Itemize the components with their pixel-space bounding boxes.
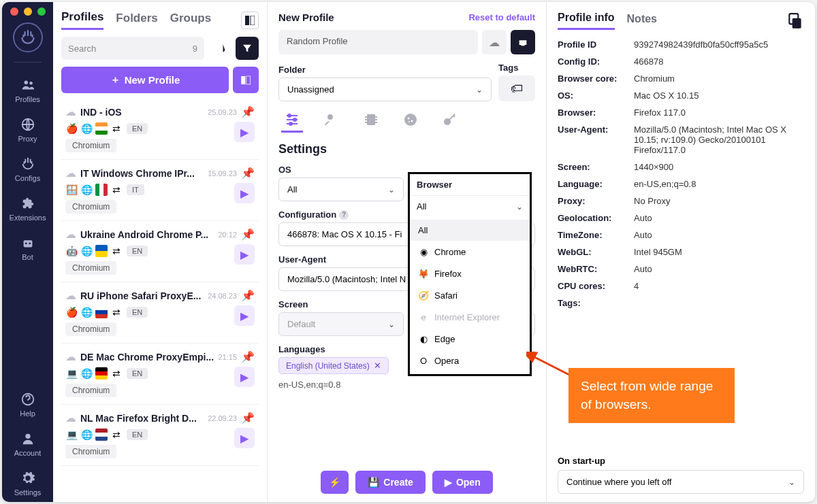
tab-profiles[interactable]: Profiles (61, 10, 103, 30)
layout-toggle[interactable] (241, 12, 259, 29)
tab-folders[interactable]: Folders (116, 12, 157, 29)
chevron-down-icon: ⌄ (388, 185, 395, 195)
local-mode[interactable] (511, 30, 535, 54)
settings-title: New Profile (278, 12, 334, 23)
dropdown-item-all[interactable]: All (410, 220, 530, 241)
info-row: Geolocation:Auto (558, 213, 804, 223)
info-val: 4 (634, 281, 804, 291)
dropdown-item-safari[interactable]: 🧭Safari (410, 284, 530, 306)
profile-item[interactable]: ☁ NL Mac Firefox Bright D... 22.09.23 📌 … (61, 405, 259, 466)
folder-mode-button[interactable] (233, 67, 259, 93)
svg-point-18 (408, 117, 410, 119)
info-row: Browser:Firefox 117.0 (558, 107, 804, 118)
tab-hardware-icon[interactable] (360, 111, 382, 133)
pin-icon[interactable]: 📌 (241, 105, 255, 118)
pin-icon[interactable]: 📌 (241, 167, 255, 180)
reset-link[interactable]: Reset to default (468, 12, 535, 22)
close-window[interactable] (10, 7, 18, 16)
profile-item[interactable]: ☁ DE Mac Chrome ProxyEmpi... 21:15 📌 💻 🌐… (61, 343, 259, 405)
info-row: Profile ID939274982439fdfb0fa50cff95a5c5 (558, 39, 804, 50)
folder-select[interactable]: Unassigned ⌄ (278, 78, 492, 101)
os-icon: 🤖 (65, 245, 78, 257)
pin-icon[interactable]: 📌 (241, 289, 255, 302)
play-button[interactable]: ▶ (234, 183, 255, 203)
profile-item[interactable]: ☁ IT Windows Chrome IPr... 15.09.23 📌 🪟 … (61, 160, 259, 221)
info-key: Screen: (558, 162, 634, 172)
filter-button[interactable] (236, 37, 259, 60)
svg-point-12 (288, 114, 291, 117)
svg-point-14 (289, 122, 292, 125)
nav-settings[interactable]: Settings (2, 465, 53, 502)
annotation-arrow (526, 352, 574, 379)
quick-button[interactable]: ⚡ (321, 471, 349, 494)
sync-icon: ⇄ (110, 184, 123, 196)
search-input[interactable]: Search 9 (61, 37, 204, 60)
svg-point-0 (24, 81, 28, 85)
play-button[interactable]: ▶ (234, 122, 255, 142)
info-val: Auto (634, 264, 804, 274)
startup-label: On start-up (558, 456, 804, 466)
browser-select-value[interactable]: All ⌄ (410, 195, 530, 217)
svg-point-13 (293, 118, 296, 121)
browser-icon: ◐ (418, 333, 429, 344)
language-chip[interactable]: English (United States) ✕ (278, 357, 389, 374)
play-button[interactable]: ▶ (234, 428, 255, 448)
nav-extensions[interactable]: Extensions (2, 190, 53, 227)
tab-user-icon[interactable] (321, 111, 342, 133)
nav-profiles[interactable]: Profiles (2, 72, 53, 109)
minimize-window[interactable] (24, 7, 32, 16)
os-icon: 💻 (65, 429, 78, 441)
play-button[interactable]: ▶ (234, 244, 255, 265)
tab-profile-info[interactable]: Profile info (558, 12, 615, 30)
sort-button[interactable] (208, 37, 231, 60)
info-key: Geolocation: (558, 213, 634, 223)
dropdown-item-firefox[interactable]: 🦊Firefox (410, 263, 530, 284)
play-button[interactable]: ▶ (234, 305, 255, 326)
tab-notes[interactable]: Notes (627, 13, 657, 29)
nav-proxy[interactable]: Proxy (2, 112, 53, 148)
nav-bot[interactable]: Bot (2, 230, 53, 267)
sync-icon: ⇄ (110, 245, 123, 257)
nav-help[interactable]: Help (2, 386, 53, 423)
profile-date: 20:12 (218, 231, 237, 239)
os-icon: 💻 (65, 367, 78, 380)
os-select[interactable]: All ⌄ (278, 178, 404, 201)
cloud-mode[interactable]: ☁ (482, 30, 507, 54)
new-profile-button[interactable]: ＋ New Profile (61, 67, 229, 93)
tags-button[interactable]: 🏷 (498, 75, 535, 101)
remove-chip-icon[interactable]: ✕ (374, 360, 381, 371)
create-button[interactable]: 💾 Create (355, 471, 426, 494)
dropdown-item-opera[interactable]: OOpera (410, 350, 530, 371)
browser-mini-icon: 🌐 (80, 367, 93, 380)
screen-select[interactable]: Default ⌄ (278, 312, 404, 336)
profile-item[interactable]: ☁ RU iPhone Safari ProxyE... 24.08.23 📌 … (61, 282, 259, 343)
startup-select[interactable]: Continue where you left off ⌄ (558, 470, 804, 494)
info-row: CPU cores:4 (558, 281, 804, 291)
pin-icon[interactable]: 📌 (241, 228, 255, 241)
maximize-window[interactable] (37, 7, 46, 16)
copy-button[interactable] (786, 12, 804, 30)
profile-date: 21:15 (218, 353, 237, 361)
tab-cookies-icon[interactable] (400, 111, 421, 133)
settings-icon-tabs (278, 111, 535, 133)
tab-key-icon[interactable] (439, 111, 461, 133)
info-val: en-US,en;q=0.8 (634, 179, 804, 189)
profile-name-input[interactable]: Random Profile (278, 30, 478, 54)
tab-general-icon[interactable] (281, 111, 303, 133)
pin-icon[interactable]: 📌 (241, 411, 255, 424)
play-button[interactable]: ▶ (234, 367, 255, 387)
nav-account[interactable]: Account (2, 426, 53, 463)
dropdown-item-chrome[interactable]: ◉Chrome (410, 241, 530, 263)
browser-label: Browser (410, 174, 530, 195)
profile-item[interactable]: ☁ IND - iOS 25.09.23 📌 🍎 🌐 ⇄ EN Chromium… (61, 99, 259, 160)
dropdown-item-edge[interactable]: ◐Edge (410, 328, 530, 350)
profile-item[interactable]: ☁ Ukraine Android Chrome P... 20:12 📌 🤖 … (61, 221, 259, 282)
pin-icon[interactable]: 📌 (241, 350, 255, 363)
tab-groups[interactable]: Groups (170, 12, 211, 29)
info-row: Language:en-US,en;q=0.8 (558, 179, 804, 189)
nav-configs[interactable]: Configs (2, 151, 53, 188)
browser-icon: O (418, 355, 429, 366)
info-key: Language: (558, 179, 634, 189)
open-button[interactable]: ▶ Open (432, 471, 493, 494)
info-row: Config ID:466878 (558, 56, 804, 67)
